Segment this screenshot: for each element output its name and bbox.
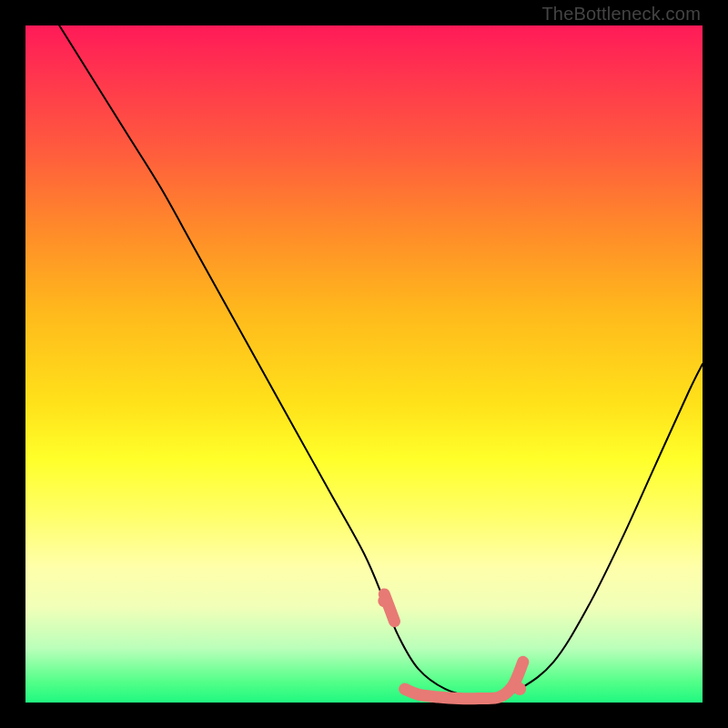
highlight-segment <box>384 594 523 699</box>
highlight-caps <box>378 594 526 695</box>
chart-svg <box>25 25 703 703</box>
plot-area <box>25 25 703 703</box>
watermark: TheBottleneck.com <box>541 4 701 25</box>
chart-container: TheBottleneck.com <box>0 0 728 728</box>
highlight-cap <box>513 682 526 695</box>
highlight-cap <box>378 594 390 607</box>
